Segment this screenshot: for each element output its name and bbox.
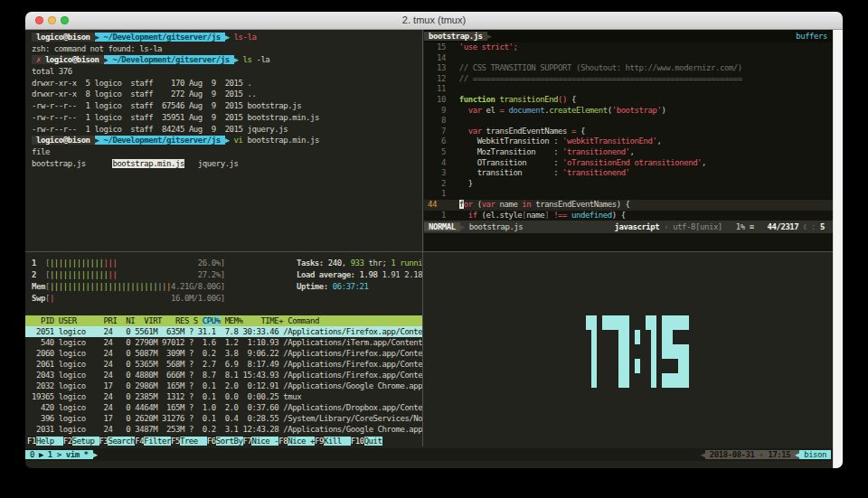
- token: F8: [278, 437, 288, 446]
- token: ||||||||||||: [50, 258, 104, 268]
- token: var: [482, 200, 495, 209]
- token: [184, 159, 198, 168]
- terminal-line: 44 for (var name in transEndEventNames) …: [424, 200, 833, 211]
- token: file: [32, 147, 50, 156]
- token: F2: [63, 437, 72, 446]
- token: 1.98: [360, 270, 382, 279]
- clock-cell: [651, 344, 656, 359]
- tmux-session-window-tab[interactable]: 0 ▶ 1 > vim * ▶: [25, 448, 98, 461]
- vim-code-area[interactable]: 15 'use strict'; 14 13 // CSS TRANSITION…: [424, 42, 833, 221]
- vim-pane[interactable]: bootstrap.js ▶ buffers 15 'use strict'; …: [424, 30, 833, 251]
- token: ]: [221, 270, 225, 279]
- terminal-line: file: [25, 146, 422, 158]
- vim-buffers-label: buffers: [796, 30, 833, 42]
- token: ✗: [32, 55, 41, 64]
- clock-digit: [635, 315, 640, 388]
- token: ): [661, 106, 665, 115]
- terminal-line: drwxr-xr-x 5 logico staff 170 Aug 9 2015…: [25, 78, 422, 89]
- terminal-line: total 376: [25, 66, 422, 78]
- token: 26.0%: [198, 258, 221, 268]
- clock-cell: [635, 344, 640, 359]
- token: ▶: [487, 32, 492, 41]
- token: [450, 200, 459, 209]
- token: Load average:: [297, 270, 360, 279]
- htop-function-key-bar[interactable]: F1Help F2Setup F3SearchF4FilterF5Tree F6…: [25, 436, 422, 446]
- token: F7: [243, 437, 252, 446]
- token: zsh: command not found: ls-la: [32, 44, 162, 53]
- clock-digit: [586, 315, 597, 388]
- clock-pane[interactable]: [424, 252, 833, 446]
- token: 'use strict';: [450, 42, 518, 52]
- token: bison: [799, 450, 831, 459]
- token: 'oTransitionEnd otransitionend': [562, 158, 702, 167]
- token: 2060 logico 24 0 5087M 309M ? 0.2 3.8 9:…: [32, 349, 422, 358]
- token: ;: [382, 258, 391, 268]
- terminal-line: -rw-r--r-- 1 logico staff 67546 Aug 9 20…: [25, 100, 422, 112]
- zoom-button[interactable]: [61, 16, 69, 24]
- token: {: [576, 127, 585, 136]
- token: 14: [428, 53, 450, 62]
- htop-pane[interactable]: 1 [||||||||||||||| 26.0%]2 [||||||||||||…: [25, 252, 422, 446]
- token: [117, 270, 197, 279]
- token: 5: [428, 147, 450, 156]
- token: bootstrap.js: [32, 159, 86, 168]
- token: |||: [104, 258, 118, 268]
- token: :: [553, 168, 562, 177]
- tmux-clock: [586, 315, 689, 388]
- token: 2: [32, 270, 45, 279]
- token: ,: [630, 147, 635, 156]
- token: bootstrap.js: [465, 222, 528, 231]
- token: buffers: [796, 32, 827, 41]
- terminal-line: 7 var transEndEventNames = {: [424, 127, 833, 137]
- token: Nice +: [288, 437, 315, 446]
- vim-tabline: bootstrap.js ▶ buffers: [424, 30, 833, 42]
- clock-cell: [684, 359, 689, 373]
- shell-pane[interactable]: logico@bison ▶ ~/Development/gitserver/j…: [25, 30, 422, 251]
- token: [450, 106, 468, 115]
- close-button[interactable]: [35, 16, 43, 24]
- token: ls-la: [234, 33, 257, 42]
- clock-digit: [646, 315, 656, 388]
- token: ||: [108, 270, 117, 279]
- window-titlebar[interactable]: 2. tmux (tmux): [25, 12, 843, 30]
- token: 5: [820, 222, 829, 231]
- minimize-button[interactable]: [48, 16, 56, 24]
- token: 2032 logico 17 0 2986M 165M ? 0.1 2.0 0:…: [32, 381, 422, 390]
- token: ▶: [95, 33, 99, 42]
- token: 1: [428, 189, 450, 198]
- token: 'bootstrap': [612, 106, 662, 115]
- token: CPU%: [203, 316, 221, 325]
- terminal-line: ✗ logico@bison ▶ ~/Development/gitserver…: [25, 54, 422, 66]
- token: 12: [428, 74, 450, 83]
- token: OTransition: [450, 158, 553, 167]
- terminal-line: 1 if (el.style[name] !== undefined) {: [424, 211, 833, 221]
- terminal-line: 1 [||||||||||||||| 26.0%]: [25, 258, 297, 269]
- token: (: [477, 211, 486, 220]
- terminal-line: 2061 logico 24 0 5365M 568M ? 2.7 6.9 8:…: [25, 359, 422, 370]
- clock-cell: [591, 330, 597, 344]
- token: (: [473, 200, 482, 209]
- token: ‹: [664, 222, 673, 231]
- token: 2043 logico 24 0 4880M 666M ? 8.7 8.1 15…: [32, 371, 422, 380]
- clock-cell: [635, 330, 640, 344]
- token: jquery.js: [198, 159, 239, 168]
- terminal-line: 10 function transitionEnd() {: [424, 95, 833, 106]
- vim-statusline-info: javascript ‹ utf-8[unix] 1% ≡ 44/2317 ℓ …: [615, 221, 833, 233]
- clock-cell: [635, 315, 640, 330]
- token: 1 > vim *: [43, 450, 93, 459]
- tmux-pane-border-horizontal[interactable]: [25, 251, 833, 252]
- clock-cell: [684, 344, 689, 359]
- token: 3: [428, 168, 450, 177]
- terminal-line: 2031 logico 24 0 3487M 253M ? 0.2 3.1 12…: [25, 424, 422, 435]
- clock-cell: [684, 373, 689, 388]
- token: -rw-r--r-- 1 logico staff 84245 Aug 9 20…: [32, 125, 288, 134]
- htop-process-table[interactable]: PID USER PRI NI VIRT RES S CPU% MEM% TIM…: [25, 315, 422, 435]
- tmux-pane-border-vertical[interactable]: [422, 30, 423, 446]
- terminal-line: 14: [424, 53, 833, 64]
- clock-cell: [684, 330, 689, 344]
- vim-buffer-tab[interactable]: bootstrap.js ▶: [424, 30, 492, 42]
- token: logico@bison: [32, 33, 95, 42]
- token: [117, 258, 197, 268]
- clock-cell: [651, 315, 656, 330]
- terminal-scrollbar[interactable]: [833, 30, 843, 468]
